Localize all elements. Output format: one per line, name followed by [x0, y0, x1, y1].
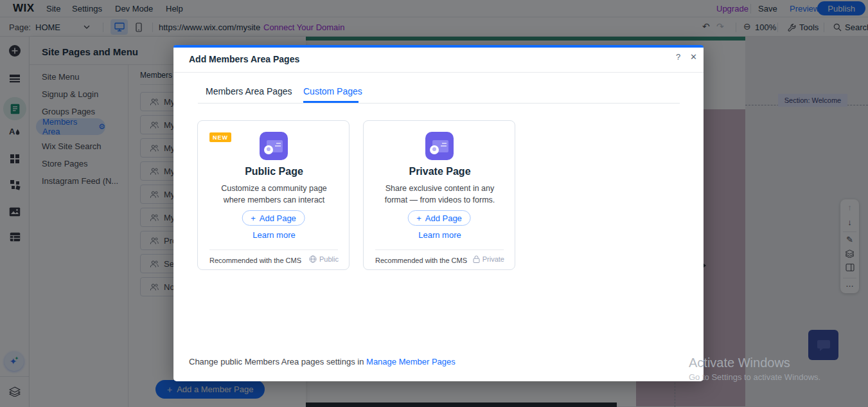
visibility-private: Private: [473, 255, 504, 263]
add-page-label: Add Page: [260, 213, 296, 223]
plus-icon: +: [416, 213, 421, 223]
learn-more-link[interactable]: Learn more: [198, 230, 350, 240]
card-description: Customize a community page where members…: [209, 183, 339, 206]
visibility-label: Public: [319, 255, 339, 263]
globe-icon: [309, 255, 317, 263]
card-title: Private Page: [364, 166, 516, 177]
visibility-label: Private: [483, 255, 504, 263]
lock-icon: [473, 255, 480, 263]
close-icon[interactable]: ✕: [690, 52, 697, 62]
divider: [173, 72, 704, 73]
watermark-line1: Activate Windows: [689, 356, 820, 370]
public-page-card[interactable]: NEW Public Page Customize a community pa…: [197, 120, 350, 270]
add-page-label: Add Page: [425, 213, 462, 223]
manage-member-pages-link[interactable]: Manage Member Pages: [366, 357, 456, 366]
add-members-area-pages-modal: Add Members Area Pages ? ✕ Members Area …: [173, 45, 704, 381]
footer-text: Change public Members Area pages setting…: [189, 357, 366, 366]
divider: [198, 103, 680, 104]
divider: [375, 249, 504, 250]
plus-icon: +: [251, 213, 256, 223]
add-page-button[interactable]: + Add Page: [242, 210, 305, 226]
card-title: Public Page: [198, 166, 350, 177]
modal-footer-note: Change public Members Area pages setting…: [189, 357, 456, 366]
tab-members-area-pages[interactable]: Members Area Pages: [206, 86, 292, 96]
private-page-card[interactable]: Private Page Share exclusive content in …: [363, 120, 515, 270]
help-icon[interactable]: ?: [676, 52, 680, 62]
members-app-icon: [425, 132, 454, 160]
divider: [209, 249, 338, 250]
recommended-label: Recommended with the CMS: [375, 257, 467, 264]
tab-custom-pages[interactable]: Custom Pages: [303, 86, 362, 96]
recommended-label: Recommended with the CMS: [209, 257, 301, 264]
add-page-button[interactable]: + Add Page: [407, 210, 471, 226]
modal-title: Add Members Area Pages: [189, 54, 299, 64]
members-app-icon: [260, 132, 288, 160]
windows-activation-watermark: Activate Windows Go to Settings to activ…: [689, 356, 820, 382]
visibility-public: Public: [309, 255, 339, 263]
watermark-line2: Go to Settings to activate Windows.: [689, 372, 820, 382]
card-description: Share exclusive content in any format — …: [375, 183, 504, 206]
new-badge: NEW: [209, 132, 231, 142]
learn-more-link[interactable]: Learn more: [364, 230, 516, 240]
modal-accent-bar: [173, 45, 704, 48]
